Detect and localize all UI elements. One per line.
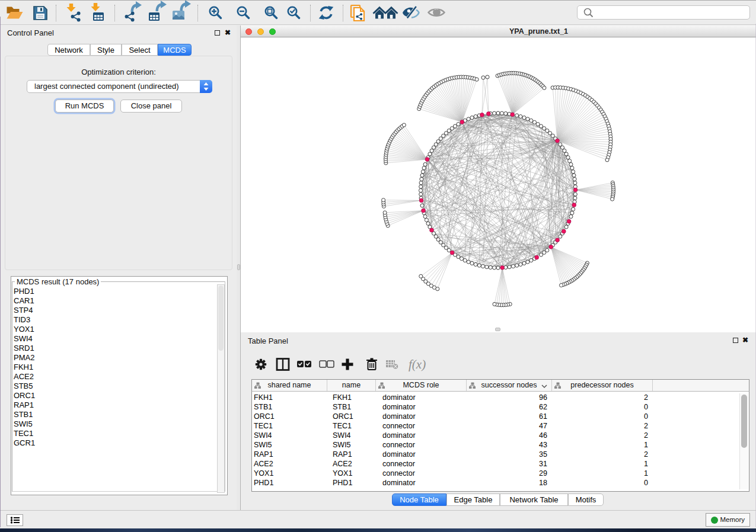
svg-text:f(x): f(x) [409, 357, 426, 371]
